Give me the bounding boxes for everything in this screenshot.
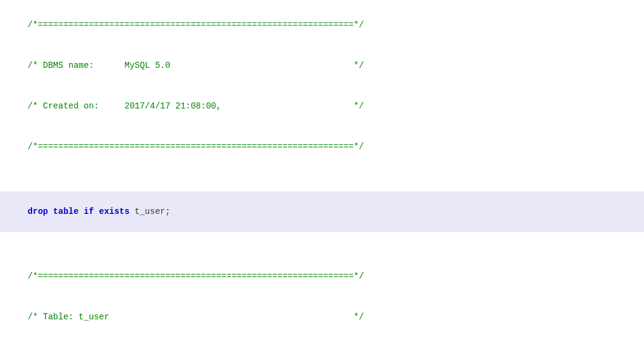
- comment-text-table: /* Table: t_user */: [28, 312, 364, 322]
- code-line-4: /*======================================…: [0, 127, 644, 167]
- code-line-6: /*======================================…: [0, 338, 644, 346]
- keyword-drop: drop table if exists: [28, 207, 130, 216]
- comment-text-1: /*======================================…: [28, 20, 364, 30]
- code-editor: /*======================================…: [0, 0, 644, 346]
- code-line-2: /* DBMS name: MySQL 5.0 */: [0, 45, 644, 86]
- comment-text-3: /* Created on: 2017/4/17 21:08:00, */: [28, 101, 364, 111]
- code-line-table-comment: /* Table: t_user */: [0, 297, 644, 338]
- comment-text-5: /*======================================…: [28, 271, 364, 281]
- empty-line-1: [0, 167, 644, 179]
- empty-line-4: [0, 244, 644, 256]
- code-line-1: /*======================================…: [0, 5, 644, 45]
- comment-text-4: /*======================================…: [28, 142, 364, 151]
- code-line-drop: drop table if exists t_user;: [0, 191, 644, 232]
- code-line-3: /* Created on: 2017/4/17 21:08:00, */: [0, 86, 644, 127]
- code-line-5: /*======================================…: [0, 256, 644, 297]
- empty-line-3: [0, 232, 644, 244]
- drop-identifier: t_user;: [130, 207, 170, 216]
- empty-line-2: [0, 179, 644, 191]
- comment-text-2: /* DBMS name: MySQL 5.0 */: [28, 61, 364, 70]
